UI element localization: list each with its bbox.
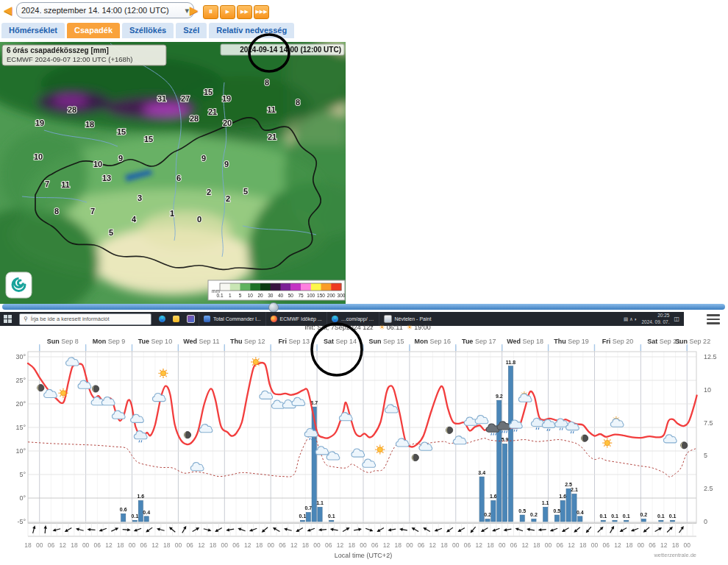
pause-button[interactable]: Ⅱ bbox=[203, 5, 218, 19]
cloud-icon bbox=[453, 436, 466, 444]
tab-csapad-k[interactable]: Csapadék bbox=[67, 23, 120, 38]
map-value: 27 bbox=[181, 94, 190, 103]
cloud-icon bbox=[66, 358, 79, 366]
map-value: 28 bbox=[190, 114, 199, 123]
colorbar-tick: 300 bbox=[338, 293, 346, 298]
taskbar-app-label: Névtelen - Paint bbox=[395, 316, 432, 321]
taskbar-app-label: ECMWF Időkép ... bbox=[280, 316, 322, 321]
hour-label: 12 bbox=[429, 541, 437, 549]
map-value: 19 bbox=[35, 118, 44, 127]
wind-arrow bbox=[52, 527, 61, 533]
day-labels: Sun Sep 8Mon Sep 9Tue Sep 10Wed Sep 11Th… bbox=[47, 338, 710, 345]
colorbar-tick: 30 bbox=[268, 293, 274, 298]
hour-label: 06 bbox=[649, 541, 656, 549]
hour-label: 00 bbox=[36, 541, 43, 549]
wind-arrow bbox=[75, 527, 84, 532]
total-commander-icon bbox=[204, 316, 210, 322]
wind-arrow bbox=[585, 526, 592, 534]
map-value: 2 bbox=[207, 188, 211, 196]
menu-hamburger-icon[interactable] bbox=[707, 314, 720, 327]
map-value: 8 bbox=[296, 98, 300, 107]
colorbar-tick: 0.1 bbox=[216, 293, 223, 298]
precip-bar bbox=[132, 520, 137, 522]
taskbar-app-label: Total Commander l... bbox=[213, 316, 261, 321]
wind-arrow bbox=[168, 525, 176, 533]
precip-bar-value: 0.1 bbox=[132, 514, 139, 519]
precip-bar-value: 0.5 bbox=[518, 508, 526, 514]
wind-arrow bbox=[399, 527, 408, 532]
tab-h-m-rs-klet[interactable]: Hőmérséklet bbox=[1, 23, 65, 38]
wind-arrow bbox=[192, 526, 201, 533]
svg-text:ECMWF 2024-09-07 12:00 UTC (+1: ECMWF 2024-09-07 12:00 UTC (+168h) bbox=[7, 55, 132, 63]
colorbar-segment bbox=[220, 283, 230, 291]
wind-arrow bbox=[99, 527, 107, 533]
time-slider[interactable] bbox=[2, 304, 725, 310]
time-slider-handle[interactable] bbox=[268, 302, 279, 313]
precip-bar-value: 0.1 bbox=[669, 514, 677, 519]
wind-arrow bbox=[619, 527, 628, 533]
precip-bar-value: 1.1 bbox=[542, 500, 549, 505]
precip-bar bbox=[329, 520, 334, 522]
hour-label: 06 bbox=[557, 541, 564, 549]
precip-bar bbox=[121, 514, 126, 522]
notification-icon[interactable]: ◫ bbox=[674, 316, 679, 322]
tab-sz-ll-k-s[interactable]: Széllökés bbox=[122, 23, 174, 38]
wind-arrow bbox=[388, 527, 396, 532]
wind-arrow bbox=[503, 527, 512, 532]
colorbar-segment bbox=[240, 283, 251, 291]
moon-icon bbox=[446, 427, 453, 433]
cloud-icon bbox=[385, 405, 399, 413]
hour-label: 06 bbox=[510, 541, 518, 549]
wind-arrow bbox=[666, 525, 674, 533]
map-value: 7 bbox=[45, 180, 49, 188]
taskbar-search[interactable]: ⚲ Írja be ide a keresett információt bbox=[15, 312, 155, 326]
hour-label: 18 bbox=[71, 541, 78, 549]
hour-label: 18 bbox=[440, 541, 448, 549]
day-label: Tue Sep 10 bbox=[138, 338, 172, 345]
tab-sz-l[interactable]: Szél bbox=[176, 23, 207, 38]
fast-forward-button[interactable]: ▶▶ bbox=[237, 5, 252, 19]
hour-label: 06 bbox=[371, 541, 379, 549]
hour-label: 18 bbox=[302, 541, 310, 549]
map-value: 7 bbox=[90, 207, 95, 216]
animation-toolbar: ◀ 2024. szeptember 14. 14:00 (12:00 UTC)… bbox=[0, 0, 728, 21]
wind-arrow bbox=[203, 527, 212, 533]
wind-arrow bbox=[133, 527, 142, 533]
taskbar-icon-photos[interactable] bbox=[183, 312, 199, 326]
tray-icons: ▤ ∧ ◗ bbox=[624, 316, 637, 322]
play-button[interactable]: ▶ bbox=[220, 5, 235, 19]
datetime-select[interactable]: 2024. szeptember 14. 14:00 (12:00 UTC) ▾ bbox=[16, 2, 194, 18]
wind-arrow bbox=[214, 527, 223, 533]
system-tray[interactable]: ▤ ∧ ◗ 20:25 2024. 09. 07. ◫ bbox=[624, 313, 684, 324]
tab-relat-v-nedvess-g[interactable]: Relatív nedvesség bbox=[209, 23, 294, 38]
wind-arrow bbox=[434, 527, 443, 533]
precip-bar-value: 0.2 bbox=[640, 512, 647, 517]
map-value: 13 bbox=[102, 174, 111, 182]
taskbar-icon-explorer[interactable] bbox=[169, 312, 183, 326]
colorbar-tick: 5 bbox=[239, 293, 242, 298]
fastest-button[interactable]: ▶▶▶ bbox=[254, 5, 269, 19]
next-step-arrow-icon[interactable]: ▶ bbox=[190, 1, 199, 20]
taskbar-icon-edge[interactable] bbox=[155, 312, 169, 326]
map-value: 5 bbox=[243, 187, 248, 196]
wind-arrow bbox=[538, 527, 546, 531]
prev-step-arrow-icon[interactable]: ◀ bbox=[4, 1, 13, 20]
map-value: 3 bbox=[138, 193, 142, 202]
map-value: 15 bbox=[117, 127, 126, 136]
moon-icon bbox=[582, 435, 588, 441]
precip-bar bbox=[306, 512, 310, 522]
taskbar-clock[interactable]: 20:25 2024. 09. 07. bbox=[641, 313, 669, 324]
hour-label: 18 bbox=[672, 541, 679, 549]
hour-label: 06 bbox=[418, 541, 425, 549]
hour-label: 06 bbox=[464, 541, 471, 549]
moon-icon bbox=[184, 432, 190, 438]
hour-label: 06 bbox=[186, 541, 193, 549]
map-value: 15 bbox=[204, 88, 213, 96]
start-button[interactable] bbox=[0, 312, 15, 326]
colorbar-segment bbox=[331, 283, 341, 291]
map-value: 6 bbox=[176, 174, 181, 182]
wind-arrow bbox=[549, 527, 558, 533]
moon-icon bbox=[92, 385, 99, 392]
precip-bar bbox=[670, 520, 674, 522]
precip-bar-value: 0.1 bbox=[611, 514, 618, 519]
